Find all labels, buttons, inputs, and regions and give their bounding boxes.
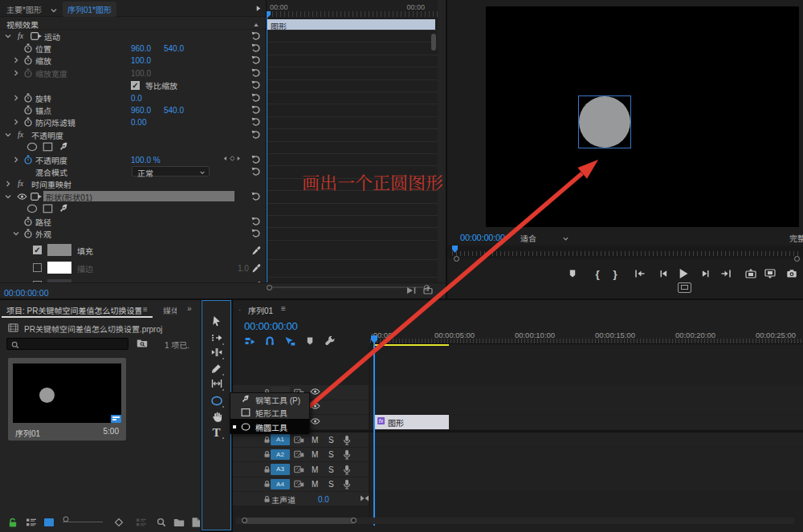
effect-row-masks[interactable] (0, 141, 266, 153)
checked-swatch-checkbox[interactable]: ✓ (33, 246, 42, 254)
expander-right-icon[interactable] (12, 69, 20, 77)
solo-button[interactable]: S (328, 450, 334, 459)
track-select-tool-icon[interactable] (211, 333, 222, 343)
timeline-hscrollbar-thumb[interactable] (243, 518, 355, 524)
master-clip-selector[interactable]: 主要*图形 (6, 3, 42, 15)
add-marker-icon[interactable] (569, 270, 577, 278)
find-icon[interactable] (157, 518, 166, 527)
hand-tool-icon[interactable] (212, 412, 222, 422)
expander-right-icon[interactable] (12, 156, 20, 164)
stopwatch-keyframe-icon[interactable] (23, 229, 33, 238)
extract-icon[interactable] (764, 269, 776, 278)
reset-parameter-icon[interactable] (251, 105, 261, 115)
mini-timeline-clip[interactable]: 图形 (267, 19, 435, 30)
tab-project[interactable]: 项目: PR关键帧空间差值怎么切换设置 (6, 304, 141, 316)
tool-slip-tool[interactable] (202, 379, 230, 388)
effect-row-填充[interactable]: ✓填充 (0, 242, 266, 259)
keyframe-nav[interactable] (222, 156, 242, 161)
go-to-in-icon[interactable] (634, 269, 646, 278)
go-to-out-icon[interactable] (720, 269, 732, 278)
tool-track-select-tool[interactable] (202, 333, 230, 343)
mini-ruler-ticks[interactable] (268, 11, 438, 17)
effect-row-旋转[interactable]: 旋转0.0 (0, 91, 266, 104)
menu-item-钢笔工具 (P)[interactable]: 钢笔工具 (P) (230, 393, 309, 406)
sequence-clip-selector[interactable]: 序列01*图形 (63, 2, 116, 17)
sync-lock-icon[interactable] (294, 449, 304, 459)
step-back-icon[interactable] (659, 270, 668, 278)
effect-row-不透明度[interactable]: 不透明度100.0 % (0, 153, 266, 165)
reset-parameter-icon[interactable] (251, 229, 261, 238)
sequence-name[interactable]: 序列01 (15, 427, 40, 439)
property-value[interactable]: 0.00 (131, 118, 146, 127)
toggle-track-output-icon[interactable] (310, 388, 320, 396)
voiceover-record-icon[interactable] (343, 465, 351, 475)
create-ellipse-mask-icon[interactable] (26, 142, 38, 152)
hscroll-handle-left[interactable] (242, 518, 247, 523)
create-rect-mask-icon[interactable] (43, 204, 53, 213)
uniform-scale-checkbox[interactable]: ✓ (131, 81, 140, 90)
create-ellipse-mask-icon[interactable] (26, 204, 38, 213)
project-writable-icon[interactable] (8, 517, 18, 527)
add-marker-icon[interactable] (306, 337, 315, 346)
linked-selection-icon[interactable] (285, 336, 296, 346)
panel-menu-icon[interactable]: ≡ (281, 304, 286, 313)
create-pen-mask-icon[interactable] (59, 204, 69, 214)
effect-row-等比缩放[interactable]: ✓等比缩放 (0, 79, 266, 91)
menu-item-椭圆工具[interactable]: 椭圆工具 (230, 419, 309, 434)
effect-row-缩放宽度[interactable]: 缩放宽度100.0 (0, 67, 266, 79)
reset-parameter-icon[interactable] (251, 167, 261, 177)
toggle-track-output-icon[interactable] (310, 402, 320, 410)
scrub-zoom-handle-left[interactable] (454, 256, 459, 262)
slip-tool-icon[interactable] (211, 379, 222, 388)
property-value[interactable]: 960.0 (131, 106, 151, 115)
selection-tool-icon[interactable] (212, 315, 222, 327)
tool-ellipse-tool[interactable] (202, 396, 230, 406)
add-keyframe-icon[interactable] (230, 156, 235, 161)
tool-razor-tool[interactable] (202, 363, 230, 373)
unchecked-swatch-checkbox[interactable] (33, 263, 42, 272)
search-bin-icon[interactable] (137, 339, 148, 347)
property-value[interactable]: 100.0 (131, 56, 151, 65)
property-value[interactable]: 540.0 (164, 106, 184, 115)
keyframe-toggle-icon[interactable] (360, 494, 369, 502)
blend-mode-select[interactable]: 正常 (132, 166, 210, 177)
stopwatch-keyframe-icon[interactable] (23, 117, 33, 127)
mini-timeline-scrollbar[interactable] (431, 34, 436, 51)
solo-button[interactable]: S (328, 465, 334, 473)
reset-parameter-icon[interactable] (251, 155, 261, 164)
stopwatch-keyframe-icon[interactable] (23, 68, 33, 78)
expander-down-icon[interactable] (12, 229, 20, 238)
reset-parameter-icon[interactable] (251, 43, 261, 53)
reset-parameter-icon[interactable] (251, 68, 261, 78)
shape-selection-box[interactable] (578, 95, 631, 148)
nest-insert-toggle-icon[interactable] (245, 336, 255, 346)
project-file-name[interactable]: PR关键帧空间差值怎么切换设置.prproj (24, 323, 162, 335)
zoom-level-select[interactable]: 适合 (520, 232, 536, 244)
reset-parameter-icon[interactable] (251, 130, 261, 140)
timeline-view-toggle-icon[interactable] (255, 5, 262, 12)
mark-out-icon[interactable]: } (613, 268, 617, 280)
reset-parameter-icon[interactable] (251, 93, 261, 103)
program-scrubber[interactable] (447, 246, 803, 258)
comparison-view-button[interactable] (678, 282, 691, 293)
eyedropper-icon[interactable] (251, 246, 261, 255)
prev-keyframe-icon[interactable] (222, 156, 228, 161)
solo-button[interactable]: S (328, 480, 334, 489)
sync-lock-icon[interactable] (294, 479, 304, 489)
panel-menu-icon[interactable]: ≡ (143, 305, 148, 314)
list-view-icon[interactable] (26, 518, 37, 527)
eye-icon[interactable] (17, 193, 27, 201)
expander-right-icon[interactable] (12, 118, 20, 126)
more-tabs-icon[interactable]: » (187, 304, 190, 313)
thumbnail-zoom-slider[interactable] (63, 522, 103, 522)
create-rect-mask-icon[interactable] (43, 142, 53, 152)
mute-button[interactable]: M (312, 435, 318, 444)
mark-in-icon[interactable]: { (595, 268, 599, 280)
track-badge-A4[interactable]: A4 (271, 479, 290, 490)
zoom-handle-left[interactable] (267, 285, 272, 290)
reset-parameter-icon[interactable] (251, 192, 261, 201)
mute-button[interactable]: M (312, 480, 318, 489)
step-forward-icon[interactable] (702, 270, 711, 278)
track-content[interactable] (370, 462, 803, 477)
expander-down-icon[interactable] (4, 32, 12, 40)
